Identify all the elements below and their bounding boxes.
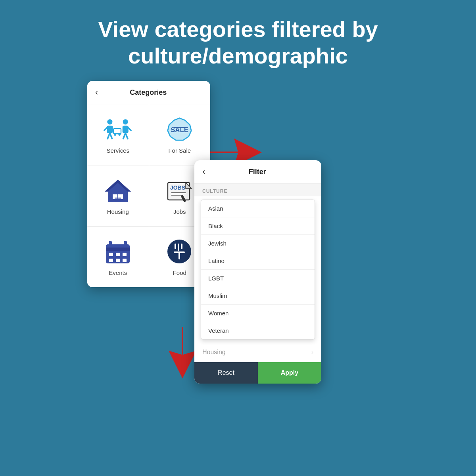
page-header: View categories filtered by culture/demo…	[0, 0, 476, 81]
dropdown-asian[interactable]: Asian	[201, 200, 315, 217]
svg-point-9	[123, 119, 128, 125]
dropdown-muslim[interactable]: Muslim	[201, 287, 315, 305]
dropdown-lgbt[interactable]: LGBT	[201, 270, 315, 287]
housing-icon	[102, 177, 134, 204]
svg-point-0	[107, 119, 112, 125]
svg-rect-32	[109, 241, 112, 247]
svg-line-4	[104, 128, 107, 131]
jobs-label: Jobs	[173, 208, 186, 215]
svg-rect-41	[178, 244, 179, 251]
dropdown-black[interactable]: Black	[201, 217, 315, 235]
food-label: Food	[173, 269, 186, 276]
categories-grid: Services SALE For Sale	[87, 104, 210, 287]
option-black-label: Black	[208, 223, 223, 229]
dropdown-latino[interactable]: Latino	[201, 252, 315, 270]
svg-text:JOBS: JOBS	[170, 184, 185, 191]
filter-footer: Reset Apply	[194, 362, 321, 384]
svg-rect-35	[116, 253, 120, 256]
svg-point-6	[114, 134, 116, 136]
arrow-down-indicator	[167, 327, 198, 380]
forsale-icon: SALE	[164, 115, 196, 143]
dropdown-jewish[interactable]: Jewish	[201, 235, 315, 252]
services-icon	[102, 115, 134, 143]
dropdown-women[interactable]: Women	[201, 305, 315, 322]
category-housing[interactable]: Housing	[87, 165, 149, 226]
svg-rect-42	[175, 244, 176, 249]
jobs-icon: JOBS	[164, 177, 196, 204]
filter-housing-text: Housing	[202, 349, 226, 356]
categories-title: Categories	[102, 88, 194, 97]
categories-header: ‹ Categories	[87, 81, 210, 104]
dropdown-veteran[interactable]: Veteran	[201, 322, 315, 339]
svg-line-12	[125, 133, 128, 139]
svg-rect-37	[109, 259, 113, 262]
category-services[interactable]: Services	[87, 104, 149, 165]
option-veteran-label: Veteran	[208, 327, 229, 334]
events-label: Events	[109, 269, 127, 276]
svg-rect-5	[113, 129, 121, 134]
option-asian-label: Asian	[208, 205, 223, 212]
filter-screen: ‹ Filter CULTURE Asian Black Jewish Lati…	[194, 160, 321, 384]
apply-label: Apply	[281, 369, 298, 376]
filter-item-housing[interactable]: Housing ›	[194, 343, 321, 362]
culture-section-label: CULTURE	[194, 184, 321, 196]
header-title: View categories filtered by culture/demo…	[98, 17, 378, 68]
filter-title: Filter	[209, 168, 305, 176]
option-latino-label: Latino	[208, 257, 225, 264]
svg-marker-47	[169, 327, 196, 378]
svg-rect-45	[178, 252, 180, 259]
reset-button[interactable]: Reset	[194, 362, 258, 384]
filter-header: ‹ Filter	[194, 160, 321, 184]
housing-label: Housing	[107, 208, 129, 215]
svg-rect-10	[123, 126, 129, 133]
chevron-right-icon: ›	[311, 349, 313, 356]
svg-rect-38	[116, 259, 120, 262]
category-events[interactable]: Events	[87, 226, 149, 287]
svg-rect-39	[123, 259, 127, 262]
option-lgbt-label: LGBT	[208, 275, 224, 282]
svg-line-13	[129, 128, 131, 131]
option-muslim-label: Muslim	[208, 292, 227, 299]
reset-label: Reset	[218, 369, 234, 376]
culture-dropdown: Asian Black Jewish Latino LGBT Muslim Wo…	[201, 200, 315, 340]
svg-rect-33	[124, 241, 127, 247]
svg-rect-36	[123, 253, 127, 256]
option-jewish-label: Jewish	[208, 240, 226, 247]
svg-rect-21	[115, 198, 121, 202]
svg-rect-43	[181, 244, 182, 249]
option-women-label: Women	[208, 310, 228, 317]
filter-back-button[interactable]: ‹	[202, 167, 205, 177]
svg-rect-31	[106, 248, 130, 251]
events-icon	[102, 238, 134, 265]
forsale-label: For Sale	[168, 147, 191, 154]
svg-line-3	[110, 133, 112, 139]
svg-point-7	[118, 134, 121, 136]
services-label: Services	[106, 147, 129, 154]
screens-container: ‹ Categories	[0, 81, 476, 85]
categories-screen: ‹ Categories	[87, 81, 210, 287]
categories-back-button[interactable]: ‹	[95, 87, 98, 98]
apply-button[interactable]: Apply	[258, 362, 321, 384]
category-forsale[interactable]: SALE For Sale	[149, 104, 211, 165]
food-icon	[164, 238, 196, 265]
svg-rect-34	[109, 253, 113, 256]
